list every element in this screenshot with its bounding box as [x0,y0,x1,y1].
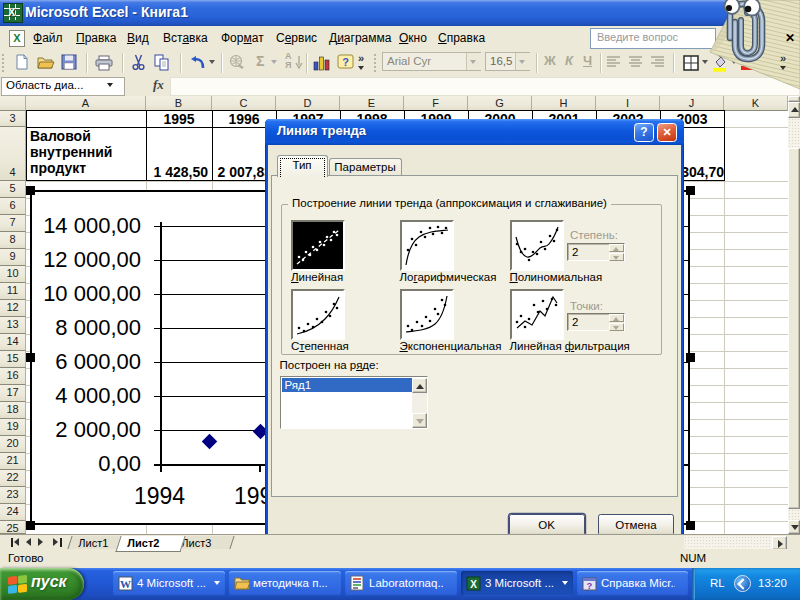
svg-text:X: X [470,579,477,590]
svg-text:W: W [120,578,131,590]
svg-text:?: ? [587,580,593,591]
svg-text:?: ? [342,56,349,68]
